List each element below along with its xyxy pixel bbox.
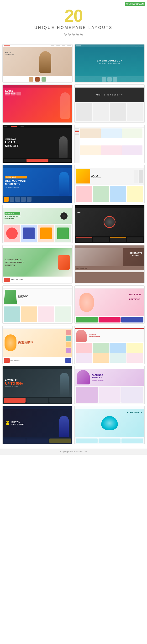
layout-card-4[interactable]: MEN'S EYEWEAR xyxy=(74,84,145,123)
l11-nokia: NOKIA 720 xyxy=(11,279,18,280)
l18-subtitle: Beautiful Collection xyxy=(92,380,104,381)
layout-card-20[interactable]: COMFORTABLE xyxy=(74,406,145,444)
header-subtitle: UNIQUE HOMEPAGE LAYOUTS xyxy=(5,26,142,30)
layout-row-1: THE AWLOOKBOOK xyxy=(2,44,145,82)
l11-watch: WATCH xyxy=(19,279,24,280)
layout-card-18[interactable]: EARRINGSJEWELRY Beautiful Collection xyxy=(74,366,145,404)
layout-card-12[interactable]: DECORATIVELIGHTS NEW ARRIVALS xyxy=(74,245,145,284)
l17-title: A/W SALE! xyxy=(5,379,23,382)
header-divider: ∿∿∿∿∿ xyxy=(5,32,142,37)
layout-row-8: NEW COLLECTIONAUTUMN 2015 Perfume Pack xyxy=(2,326,145,364)
layout-row-7: GREAT AWACHAIR xyxy=(2,286,145,324)
l17-percent: UP TO 50% xyxy=(5,382,23,386)
layout-card-1[interactable]: THE AWLOOKBOOK xyxy=(2,44,73,82)
layout-card-3[interactable]: BAYERNLOOKBOOK xyxy=(2,84,73,123)
l1-lookbook-text: THE AWLOOKBOOK xyxy=(5,52,14,55)
copyright: Copyright © ShareCode.VN xyxy=(0,448,147,455)
layout-card-15[interactable]: NEW COLLECTIONAUTUMN 2015 Perfume Pack xyxy=(2,326,73,364)
layout-card-16[interactable]: WOMEN'SWOMENSWEAR xyxy=(74,326,145,364)
layout-row-6: CAPTURE ALL OFLIFE'S MEMORABLEMOMENTS NO… xyxy=(2,245,145,284)
l5-sale: HUGE SALE xyxy=(5,138,19,140)
layout-row-9: A/W SALE! UP TO 50% COLLECTION 2015 xyxy=(2,366,145,404)
header-section: 20 UNIQUE HOMEPAGE LAYOUTS ∿∿∿∿∿ xyxy=(0,0,147,42)
l20-title: COMFORTABLE xyxy=(127,412,142,414)
l15-text: NEW COLLECTIONAUTUMN 2015 xyxy=(18,341,69,344)
layout-card-9[interactable]: MEGA SALE ALL THE WORLDMOMENTS xyxy=(2,205,73,243)
l16-title: WOMEN'SWOMENSWEAR xyxy=(89,334,100,337)
layout-card-14[interactable]: YOUR SKINPRECIOUS xyxy=(74,286,145,324)
l8-sub: Collection 2015 xyxy=(91,177,101,178)
l19-title: ROYALEARRINGS xyxy=(11,421,25,426)
layout-row-4: MEGA SALE ALL YOU WANTMOMENTS BAYRAN LOO… xyxy=(2,165,145,203)
l7-label: MEGA SALE xyxy=(5,176,27,178)
layouts-grid: THE AWLOOKBOOK xyxy=(0,42,147,448)
layout-card-13[interactable]: GREAT AWACHAIR xyxy=(2,286,73,324)
l19-crown: ♛ xyxy=(5,420,10,426)
layout-card-2[interactable]: BAYERN LOOKBOOKYOU WILL NOT REGRET xyxy=(74,44,145,82)
l12-decorative: DECORATIVELIGHTS xyxy=(130,252,142,257)
layouts-count: 20 xyxy=(5,7,142,24)
layout-card-17[interactable]: A/W SALE! UP TO 50% COLLECTION 2015 xyxy=(2,366,73,404)
l12-new-arrivals: NEW ARRIVALS xyxy=(75,267,144,269)
l18-title: EARRINGSJEWELRY xyxy=(92,374,104,379)
l4-title: MEN'S EYEWEAR xyxy=(96,94,123,96)
l7-big: ALL YOU WANTMOMENTS xyxy=(5,179,27,186)
layout-card-10[interactable]: beats xyxy=(74,205,145,243)
l5-percent: UP TO50% OFF xyxy=(5,140,19,148)
layout-card-6[interactable] xyxy=(74,125,145,163)
layout-row-3: HUGE SALE UP TO50% OFF xyxy=(2,125,145,163)
l8-brand: ZARA xyxy=(91,174,101,177)
layout-card-8[interactable]: ZARA Collection 2015 xyxy=(74,165,145,203)
layout-card-7[interactable]: MEGA SALE ALL YOU WANTMOMENTS BAYRAN LOO… xyxy=(2,165,73,203)
layout-card-11[interactable]: CAPTURE ALL OFLIFE'S MEMORABLEMOMENTS NO… xyxy=(2,245,73,284)
layout-card-19[interactable]: ♛ ROYALEARRINGS xyxy=(2,406,73,444)
l13-title: GREAT AWACHAIR xyxy=(18,295,28,298)
layout-row-10: ♛ ROYALEARRINGS xyxy=(2,406,145,444)
l10-brand: beats xyxy=(77,212,81,214)
layout-row-2: BAYERNLOOKBOOK MEN xyxy=(2,84,145,123)
l14-title: YOUR SKINPRECIOUS xyxy=(129,293,141,300)
l15-product-name: Perfume Pack xyxy=(10,360,19,361)
l2-title: BAYERN LOOKBOOKYOU WILL NOT REGRET xyxy=(97,60,123,64)
l9-label: MEGA SALE xyxy=(4,212,20,214)
l9-text: ALL THE WORLDMOMENTS xyxy=(4,215,20,220)
layout-row-5: MEGA SALE ALL THE WORLDMOMENTS xyxy=(2,205,145,243)
l11-title: CAPTURE ALL OFLIFE'S MEMORABLEMOMENTS xyxy=(5,258,24,266)
layout-card-5[interactable]: HUGE SALE UP TO50% OFF xyxy=(2,125,73,163)
watermark: SHARECODE.VN xyxy=(125,2,145,6)
